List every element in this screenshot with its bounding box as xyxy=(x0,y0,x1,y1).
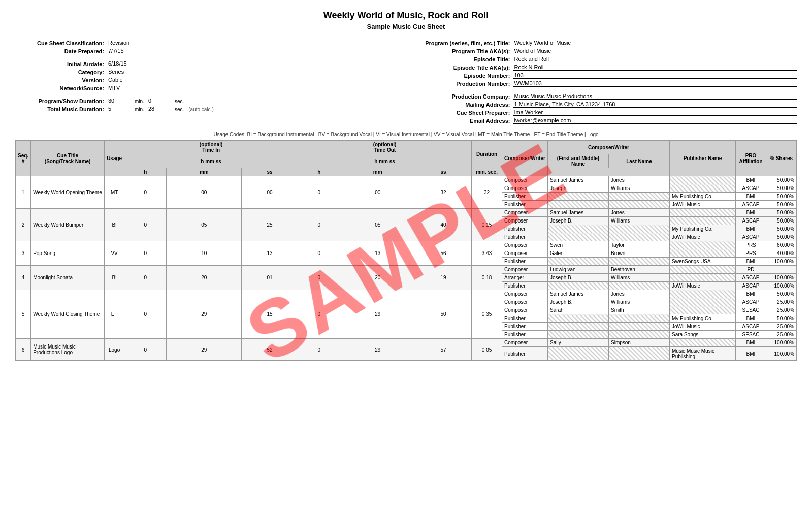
cell-cw-first xyxy=(548,347,609,361)
cell-cw-last: Beethoven xyxy=(609,266,670,274)
cell-role: Composer xyxy=(502,339,548,347)
cell-shares: 50.00% xyxy=(766,193,797,201)
cell-timeout-h: 0 xyxy=(298,339,340,361)
meta-row-episode-number: Episode Number: 103 xyxy=(411,72,797,79)
cell-cw-first: Samuel James xyxy=(548,176,609,184)
cell-title: Weekly World Bumper xyxy=(31,209,105,241)
cell-pub-name xyxy=(670,266,736,274)
cue-table: Seq. # Cue Title (Song/Track Name) Usage… xyxy=(15,140,797,361)
meta-row-prod-company: Production Company: Music Music Music Pr… xyxy=(411,93,797,100)
cell-timein-mm: 29 xyxy=(167,339,242,361)
cell-pub-name: My Publishing Co. xyxy=(670,193,736,201)
th-to-mm: mm xyxy=(340,168,415,176)
cell-role: Publisher xyxy=(502,314,548,323)
cell-pub-name: My Publishing Co. xyxy=(670,225,736,233)
cell-pro: BMI xyxy=(736,225,766,233)
cell-timeout-mm: 00 xyxy=(340,176,415,209)
cell-duration: 0 05 xyxy=(472,339,502,361)
th-seq: Seq. # xyxy=(16,141,31,176)
cell-cw-first: Galen xyxy=(548,249,609,258)
cell-shares: 50.00% xyxy=(766,290,797,298)
cell-cw-first xyxy=(548,193,609,201)
cell-cw-first xyxy=(548,314,609,323)
cell-pro: SESAC xyxy=(736,306,766,314)
cell-shares: 50.00% xyxy=(766,176,797,184)
cell-pro: PRS xyxy=(736,249,766,258)
cell-shares: 50.00% xyxy=(766,184,797,193)
cell-cw-last: Simpson xyxy=(609,339,670,347)
th-pub-name: Publisher Name xyxy=(670,141,736,176)
cell-cw-last: Williams xyxy=(609,184,670,193)
duration-unit-min2: min. xyxy=(135,107,144,112)
cell-shares: 50.00% xyxy=(766,209,797,217)
cell-timein-ss: 00 xyxy=(242,176,298,209)
meta-value-version: Cable xyxy=(107,77,401,83)
duration-unit-sec: sec. xyxy=(175,99,184,104)
cell-pub-name xyxy=(670,298,736,306)
cell-pub-name xyxy=(670,274,736,282)
cell-timein-ss: 13 xyxy=(242,241,298,266)
meta-row-classification: Cue Sheet Classification: Revision xyxy=(15,40,401,46)
cell-cw-last xyxy=(609,193,670,201)
duration-row-program: Program/Show Duration: 30 min. 0 sec. xyxy=(15,98,401,104)
cell-duration: 0 35 xyxy=(472,290,502,339)
th-usage: Usage xyxy=(105,141,124,176)
cell-timein-h: 0 xyxy=(124,266,167,290)
cell-timeout-h: 0 xyxy=(298,241,340,266)
th-pro: PRO Affiliation xyxy=(736,141,766,176)
cell-seq: 1 xyxy=(16,176,31,209)
meta-row-episode-title: Episode Title: Rock and Roll xyxy=(411,56,797,62)
duration-unit-min: min. xyxy=(135,99,144,104)
meta-value-airdate: 6/18/15 xyxy=(107,60,401,67)
usage-codes: Usage Codes: BI = Background Instrumenta… xyxy=(15,132,797,137)
cell-title: Pop Song xyxy=(31,241,105,266)
meta-label-episode-title: Episode Title: xyxy=(411,56,513,62)
meta-label-network: Network/Source: xyxy=(15,85,107,91)
cell-timein-ss: 01 xyxy=(242,266,298,290)
meta-row-category: Category: Series xyxy=(15,69,401,75)
cell-cw-first xyxy=(548,282,609,290)
cell-pub-name xyxy=(670,306,736,314)
th-dur-sub: min. sec. xyxy=(472,168,502,176)
cell-cw-first xyxy=(548,233,609,241)
meta-row-episode-aka: Episode Title AKA(s): Rock N Roll xyxy=(411,64,797,71)
cell-shares: 50.00% xyxy=(766,314,797,323)
cell-cw-last xyxy=(609,233,670,241)
cell-shares: 50.00% xyxy=(766,217,797,225)
cell-timein-h: 0 xyxy=(124,176,167,209)
meta-label-date: Date Prepared: xyxy=(15,48,107,54)
page-title: Weekly World of Music, Rock and Roll xyxy=(15,10,797,21)
cell-cw-last xyxy=(609,201,670,209)
th-cw-first: (First and Middle) Name xyxy=(548,154,609,168)
meta-label-mailing: Mailing Address: xyxy=(411,102,513,108)
th-role: Composer/Writer xyxy=(502,141,548,176)
cell-pub-name: Music Music Music Publishing xyxy=(670,347,736,361)
cell-timeout-ss: 32 xyxy=(415,176,472,209)
cell-timeout-mm: 13 xyxy=(340,241,415,266)
cell-seq: 5 xyxy=(16,290,31,339)
cell-pro: BMI xyxy=(736,209,766,217)
meta-value-classification: Revision xyxy=(107,40,401,46)
th-shares: % Shares xyxy=(766,141,797,176)
cell-timein-mm: 29 xyxy=(167,290,242,339)
cell-pub-name xyxy=(670,290,736,298)
meta-row-network: Network/Source: MTV xyxy=(15,85,401,91)
cell-title: Weekly World Closing Theme xyxy=(31,290,105,339)
cell-cw-first xyxy=(548,258,609,266)
cell-cw-last xyxy=(609,282,670,290)
cell-usage: BI xyxy=(105,209,124,241)
table-row: 2Weekly World BumperBI00525005400 15Comp… xyxy=(16,209,797,217)
cell-cw-last: Taylor xyxy=(609,241,670,249)
table-row: 4Moonlight SonataBI02001020190 18Compose… xyxy=(16,266,797,274)
cell-timein-ss: 25 xyxy=(242,209,298,241)
cell-pro: ASCAP xyxy=(736,274,766,282)
meta-label-classification: Cue Sheet Classification: xyxy=(15,40,107,46)
cell-cw-first: Joseph B. xyxy=(548,217,609,225)
duration-row-total: Total Music Duration: 5 min. 28 sec. (au… xyxy=(15,106,401,112)
cell-role: Publisher xyxy=(502,225,548,233)
meta-label-airdate: Initial Airdate: xyxy=(15,61,107,67)
meta-row-email: Email Address: iworker@example.com xyxy=(411,117,797,124)
cell-cw-last: Smith xyxy=(609,306,670,314)
cell-timein-h: 0 xyxy=(124,339,167,361)
cell-pro: SESAC xyxy=(736,331,766,339)
